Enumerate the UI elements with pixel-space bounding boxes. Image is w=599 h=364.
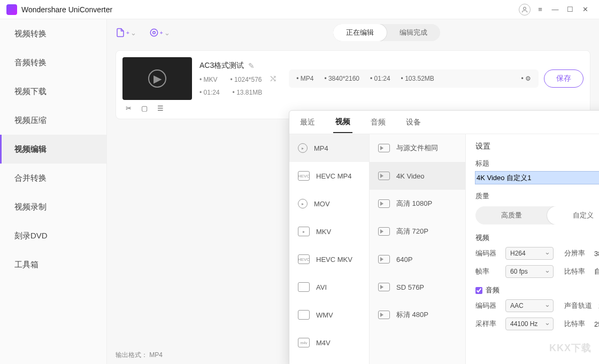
tab-audio[interactable]: 音频	[368, 112, 388, 133]
aencoder-select[interactable]: AAC	[505, 299, 554, 312]
output-info[interactable]: MP4 3840*2160 01:24 103.52MB ⚙	[289, 69, 539, 88]
close-icon[interactable]: ✕	[578, 2, 593, 17]
preset-4k[interactable]: 4K Video	[370, 162, 465, 190]
abitrate-value: 256 kb	[594, 320, 599, 328]
src-size: 13.81MB	[233, 89, 263, 96]
seg-editing[interactable]: 正在编辑	[333, 24, 387, 41]
format-m4v[interactable]: m4vM4V	[289, 329, 369, 357]
sidebar-item-record[interactable]: 视频录制	[0, 192, 106, 221]
add-disc-button[interactable]: +⌄	[149, 28, 170, 37]
quality-label: 质量	[475, 191, 599, 201]
preset-same-as-source[interactable]: 与源文件相同	[370, 134, 465, 162]
seg-done[interactable]: 编辑完成	[387, 24, 440, 41]
channels-label: 声音轨道	[564, 301, 592, 311]
minimize-icon[interactable]: —	[548, 2, 563, 17]
video-section: 视频	[475, 233, 599, 243]
save-button[interactable]: 保存	[544, 69, 583, 88]
sidebar-item-burn-dvd[interactable]: 刻录DVD	[0, 221, 106, 250]
sidebar-item-toolbox[interactable]: 工具箱	[0, 250, 106, 279]
output-format-label: 输出格式： MP4	[116, 351, 163, 360]
sidebar-item-video-convert[interactable]: 视频转换	[0, 19, 106, 48]
maximize-icon[interactable]: ☐	[563, 2, 578, 17]
menu-icon[interactable]: ≡	[533, 2, 548, 17]
src-duration: 01:24	[199, 89, 220, 96]
dst-resolution: 3840*2160	[324, 75, 359, 82]
more-icon[interactable]: ☰	[157, 104, 164, 112]
preset-480p[interactable]: 标清 480P	[370, 301, 465, 329]
audio-section: 音频	[486, 285, 500, 295]
format-avi[interactable]: AVI	[289, 273, 369, 301]
file-title: AC3格式测试	[199, 61, 244, 71]
gear-icon[interactable]: ⚙	[521, 75, 531, 82]
format-mp4[interactable]: ▸MP4	[289, 134, 369, 162]
tab-recent[interactable]: 最近	[298, 112, 317, 133]
preset-576p[interactable]: SD 576P	[370, 273, 465, 301]
settings-header: 设置	[475, 142, 599, 151]
watermark-text: KKX下载	[549, 342, 592, 354]
dst-container: MP4	[296, 75, 313, 82]
quality-custom[interactable]: 自定义	[547, 206, 599, 224]
format-mov[interactable]: ▸MOV	[289, 190, 369, 218]
audio-checkbox[interactable]	[475, 287, 482, 294]
format-hevc-mp4[interactable]: HEVCHEVC MP4	[289, 162, 369, 190]
format-popup: 最近 视频 音频 设备 ▸MP4 HEVCHEVC MP4 ▸MOV ▸MKV …	[289, 110, 599, 364]
settings-panel: 设置 标题 质量 高质量 自定义 低质量 视频 编码器H264 分辨率3840*	[466, 134, 599, 364]
format-list: ▸MP4 HEVCHEVC MP4 ▸MOV ▸MKV HEVCHEVC MKV…	[289, 134, 370, 364]
aencoder-label: 编码器	[475, 301, 499, 311]
src-resolution: 1024*576	[231, 76, 262, 83]
toolbar: +⌄ +⌄ 正在编辑 编辑完成	[107, 19, 599, 46]
fps-select[interactable]: 60 fps	[505, 265, 554, 278]
sidebar-item-video-edit[interactable]: 视频编辑	[0, 135, 106, 164]
title-input[interactable]	[475, 172, 599, 184]
video-thumbnail[interactable]	[122, 57, 192, 100]
app-logo	[6, 4, 17, 15]
sidebar: 视频转换 音频转换 视频下载 视频压缩 视频编辑 合并转换 视频录制 刻录DVD…	[0, 19, 107, 364]
format-hevc-mkv[interactable]: HEVCHEVC MKV	[289, 245, 369, 273]
resolution-value: 3840*	[594, 250, 599, 258]
add-file-button[interactable]: +⌄	[116, 28, 136, 37]
file-card: AC3格式测试 ✎ MKV 1024*576 01:24 13.81MB ⤭ M…	[116, 50, 590, 119]
status-segment: 正在编辑 编辑完成	[333, 24, 440, 41]
quality-high[interactable]: 高质量	[475, 206, 547, 224]
titlebar: Wondershare UniConverter ≡ — ☐ ✕	[0, 0, 599, 19]
sidebar-item-video-compress[interactable]: 视频压缩	[0, 106, 106, 135]
trim-icon[interactable]: ✂	[126, 104, 132, 112]
preset-1080p[interactable]: 高清 1080P	[370, 190, 465, 218]
src-container: MKV	[199, 76, 218, 83]
app-title: Wondershare UniConverter	[21, 5, 112, 14]
fps-label: 帧率	[475, 267, 499, 276]
sidebar-item-video-download[interactable]: 视频下载	[0, 77, 106, 106]
svg-point-1	[150, 29, 158, 36]
dst-duration: 01:24	[370, 75, 390, 82]
tab-device[interactable]: 设备	[404, 112, 423, 133]
title-label: 标题	[475, 159, 599, 168]
user-avatar-icon[interactable]	[519, 4, 531, 16]
abitrate-label: 比特率	[564, 319, 588, 329]
format-mkv[interactable]: ▸MKV	[289, 218, 369, 245]
bitrate-value: 自动	[594, 267, 599, 276]
svg-point-2	[153, 32, 156, 34]
swap-icon[interactable]: ⤭	[262, 73, 283, 84]
bitrate-label: 比特率	[564, 267, 588, 276]
svg-point-0	[524, 7, 526, 10]
preset-720p[interactable]: 高清 720P	[370, 218, 465, 245]
samplerate-select[interactable]: 44100 Hz	[505, 317, 554, 330]
encoder-label: 编码器	[475, 249, 499, 258]
encoder-select[interactable]: H264	[505, 247, 554, 260]
dst-size: 103.52MB	[401, 75, 434, 82]
format-wmv[interactable]: WMV	[289, 301, 369, 329]
edit-title-icon[interactable]: ✎	[248, 61, 255, 70]
resolution-label: 分辨率	[564, 249, 588, 258]
samplerate-label: 采样率	[475, 319, 499, 329]
tab-video[interactable]: 视频	[333, 112, 352, 133]
sidebar-item-merge-convert[interactable]: 合并转换	[0, 164, 106, 192]
sidebar-item-audio-convert[interactable]: 音频转换	[0, 48, 106, 77]
preset-640p[interactable]: 640P	[370, 245, 465, 273]
quality-segment: 高质量 自定义 低质量	[475, 206, 599, 224]
preset-list: 与源文件相同 4K Video 高清 1080P 高清 720P 640P SD…	[370, 134, 466, 364]
crop-icon[interactable]: ▢	[141, 104, 148, 112]
